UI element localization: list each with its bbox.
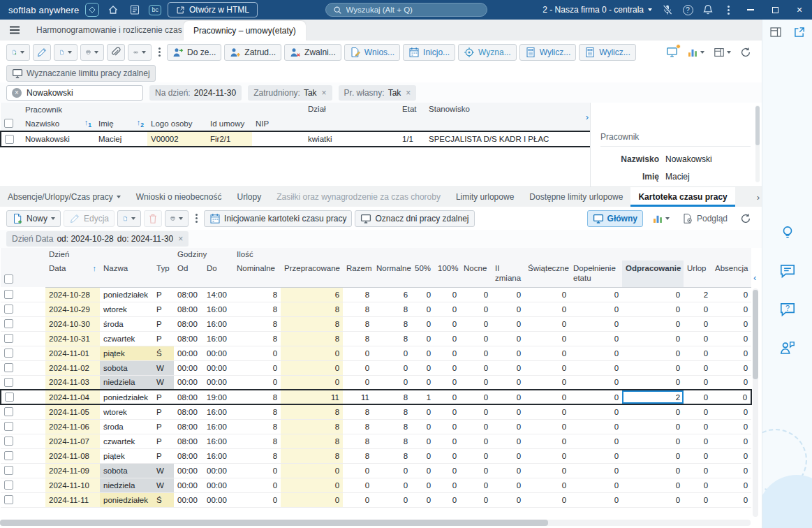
cell-value[interactable]: 0 xyxy=(684,478,711,492)
tab-zasilki[interactable]: Zasiłki oraz wynagrodzenie za czas choro… xyxy=(269,187,448,207)
time-grid-row[interactable]: 2024-11-10niedzielaW00:0000:000000000000… xyxy=(1,478,751,492)
cell-to[interactable]: 16:00 xyxy=(203,419,233,434)
cell-value[interactable]: 8 xyxy=(281,419,343,434)
row-checkbox[interactable] xyxy=(4,334,13,343)
cell-value[interactable]: 0 xyxy=(460,360,492,375)
app-badge-icon[interactable] xyxy=(85,3,99,17)
cell-value[interactable]: 0 xyxy=(684,302,711,316)
cell-value[interactable]: 8 xyxy=(233,331,281,346)
cell-value[interactable]: 0 xyxy=(492,404,524,419)
cell-date[interactable]: 2024-11-11 xyxy=(45,492,100,507)
cell-day-name[interactable]: piątek xyxy=(100,448,153,463)
cell-value[interactable]: 0 xyxy=(711,360,751,375)
cell-value[interactable]: 0 xyxy=(492,434,524,448)
time-grid-row[interactable]: 2024-11-03niedzielaW00:0000:000000000000… xyxy=(1,375,751,390)
cell-value[interactable]: 0 xyxy=(570,302,622,316)
cell-value[interactable]: 0 xyxy=(434,448,460,463)
cell-to[interactable]: 19:00 xyxy=(203,390,233,404)
cell-value[interactable]: 0 xyxy=(343,360,373,375)
cell-value[interactable]: 8 xyxy=(233,434,281,448)
cell-value[interactable]: 8 xyxy=(281,434,343,448)
layout-panels-icon[interactable] xyxy=(769,26,782,38)
cell-from[interactable]: 00:00 xyxy=(174,375,203,390)
cell-value[interactable]: 0 xyxy=(343,375,373,390)
cell-value[interactable]: 8 xyxy=(373,448,411,463)
cell-value[interactable]: 0 xyxy=(711,331,751,346)
cell-value[interactable]: 0 xyxy=(711,316,751,331)
cell-imie[interactable]: Maciej xyxy=(95,131,147,147)
cell-value[interactable]: 0 xyxy=(343,346,373,360)
cell-value[interactable]: 0 xyxy=(524,463,570,478)
time-grid-row[interactable]: 2024-11-05wtorekP08:0016:008888000000000 xyxy=(1,404,751,419)
cell-value[interactable]: 0 xyxy=(492,331,524,346)
tab-pracownicy[interactable]: Pracownicy – umowy(etaty) xyxy=(184,21,306,41)
cell-to[interactable]: 00:00 xyxy=(203,346,233,360)
cell-value[interactable]: 11 xyxy=(343,390,373,404)
cell-value[interactable]: 0 xyxy=(233,492,281,507)
cell-value[interactable]: 0 xyxy=(570,478,622,492)
employee-search-input-wrap[interactable]: × xyxy=(6,85,143,101)
col-dzial[interactable]: Dział xyxy=(304,103,399,131)
row-select-cell[interactable] xyxy=(1,492,30,507)
cell-day-name[interactable]: niedziela xyxy=(100,478,153,492)
cell-value[interactable]: 0 xyxy=(524,375,570,390)
cell-value[interactable]: 2 xyxy=(622,390,684,404)
cell-value[interactable]: 0 xyxy=(492,302,524,316)
cell-day-type[interactable]: P xyxy=(153,419,174,434)
cell-from[interactable]: 00:00 xyxy=(174,463,203,478)
cell-value[interactable]: 0 xyxy=(524,478,570,492)
open-in-html-button[interactable]: Otwórz w HTML xyxy=(168,2,258,17)
mark-remote-days-button[interactable]: Oznacz dni pracy zdalnej xyxy=(355,210,474,227)
time-grid-row[interactable]: 2024-11-06środaP08:0016:008888000000000 xyxy=(1,419,751,434)
cell-from[interactable]: 00:00 xyxy=(174,492,203,507)
col-group-dzien[interactable]: Dzień xyxy=(45,248,174,261)
cell-day-type[interactable]: P xyxy=(153,287,174,302)
cell-value[interactable]: 8 xyxy=(343,448,373,463)
cell-value[interactable]: 0 xyxy=(570,404,622,419)
col-group-pracownik[interactable]: Pracownik xyxy=(22,103,304,117)
row-marker-cell[interactable] xyxy=(30,331,45,346)
cell-value[interactable]: 0 xyxy=(411,492,434,507)
cell-value[interactable]: 8 xyxy=(233,302,281,316)
row-marker-cell[interactable] xyxy=(30,404,45,419)
row-checkbox[interactable] xyxy=(5,135,14,144)
col-nazwa[interactable]: Nazwa xyxy=(100,261,153,287)
section-refresh-button[interactable] xyxy=(740,213,751,224)
collapse-panel-chevron-icon[interactable]: ‹ xyxy=(753,273,756,282)
cell-value[interactable]: 0 xyxy=(434,375,460,390)
cell-value[interactable]: 0 xyxy=(622,302,684,316)
cell-to[interactable]: 00:00 xyxy=(203,375,233,390)
cell-value[interactable]: 0 xyxy=(411,302,434,316)
time-grid-row[interactable]: 2024-11-08piątekP08:0016:008888000000000 xyxy=(1,448,751,463)
cell-value[interactable]: 8 xyxy=(373,390,411,404)
col-dopelnienie-etatu[interactable]: Dopełnienie etatu xyxy=(570,261,622,287)
cell-value[interactable]: 0 xyxy=(622,331,684,346)
cell-day-name[interactable]: poniedziałek xyxy=(100,492,153,507)
cell-value[interactable]: 0 xyxy=(281,463,343,478)
cell-date[interactable]: 2024-11-02 xyxy=(45,360,100,375)
cell-value[interactable]: 0 xyxy=(434,419,460,434)
time-grid-row[interactable]: 2024-11-04poniedziałekP08:0019:008111181… xyxy=(1,390,751,404)
cell-value[interactable]: 0 xyxy=(434,287,460,302)
cell-day-type[interactable]: P xyxy=(153,390,174,404)
cell-value[interactable]: 8 xyxy=(343,287,373,302)
cell-logo-osoby[interactable]: V00002 xyxy=(147,131,207,147)
cell-value[interactable]: 0 xyxy=(460,419,492,434)
cell-to[interactable]: 16:00 xyxy=(203,316,233,331)
cell-value[interactable]: 8 xyxy=(343,302,373,316)
time-grid-row[interactable]: 2024-11-11poniedziałekŚ00:0000:000000000… xyxy=(1,492,751,507)
cell-value[interactable]: 0 xyxy=(622,346,684,360)
col-imie[interactable]: Imię↑2 xyxy=(95,117,147,131)
row-select-cell[interactable] xyxy=(1,390,30,404)
cell-value[interactable]: 0 xyxy=(281,346,343,360)
cell-value[interactable]: 0 xyxy=(622,419,684,434)
cell-day-name[interactable]: czwartek xyxy=(100,434,153,448)
cell-to[interactable]: 00:00 xyxy=(203,360,233,375)
cell-value[interactable]: 0 xyxy=(570,390,622,404)
cell-value[interactable]: 0 xyxy=(434,316,460,331)
employee-search-input[interactable] xyxy=(27,88,138,98)
cell-value[interactable]: 0 xyxy=(460,463,492,478)
cell-value[interactable]: 0 xyxy=(711,404,751,419)
cell-value[interactable]: 0 xyxy=(411,434,434,448)
cell-value[interactable]: 0 xyxy=(622,478,684,492)
